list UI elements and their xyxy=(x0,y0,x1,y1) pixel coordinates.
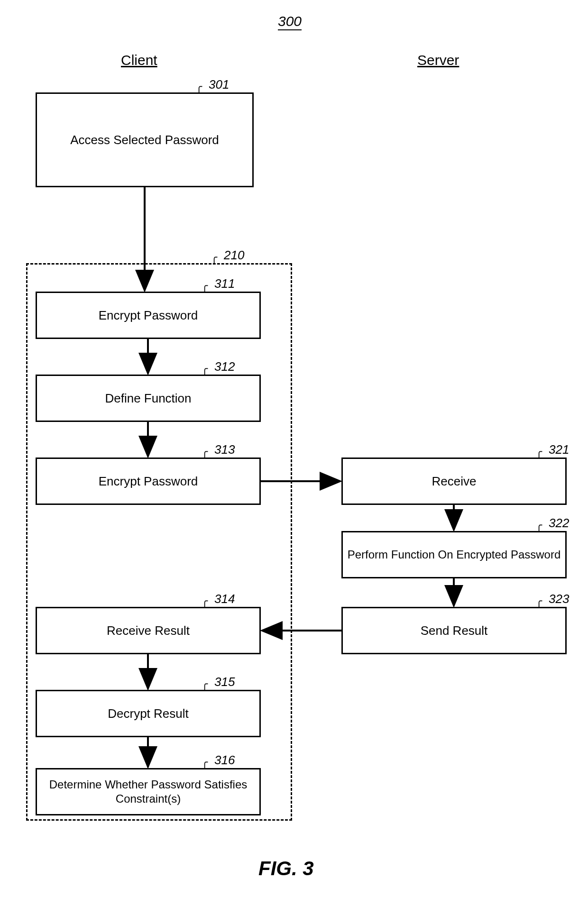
callout-tick: ╭ xyxy=(202,446,208,458)
box-315: Decrypt Result xyxy=(36,690,261,737)
callout-313: 313 xyxy=(214,442,235,457)
callout-tick: ╭ xyxy=(196,81,202,93)
callout-tick: ╭ xyxy=(202,363,208,375)
callout-tick: ╭ xyxy=(202,678,208,690)
box-321: Receive xyxy=(341,458,567,505)
callout-316: 316 xyxy=(214,753,235,768)
box-323: Send Result xyxy=(341,607,567,654)
figure-reference: 300 xyxy=(278,13,302,30)
box-322: Perform Function On Encrypted Password xyxy=(341,531,567,578)
callout-tick: ╭ xyxy=(202,595,208,607)
header-server: Server xyxy=(417,52,459,68)
diagram-stage: 300 Client Server Access Selected Passwo… xyxy=(0,0,588,897)
box-316: Determine Whether Password Satisfies Con… xyxy=(36,768,261,815)
callout-tick: ╭ xyxy=(536,446,542,458)
callout-315: 315 xyxy=(214,675,235,689)
callout-312: 312 xyxy=(214,359,235,374)
callout-311: 311 xyxy=(214,276,235,291)
callout-tick: ╭ xyxy=(202,756,208,769)
figure-caption: FIG. 3 xyxy=(258,857,314,880)
callout-321: 321 xyxy=(549,442,569,457)
header-client: Client xyxy=(121,52,157,68)
callout-323: 323 xyxy=(549,592,569,606)
box-314: Receive Result xyxy=(36,607,261,654)
callout-314: 314 xyxy=(214,592,235,606)
callout-tick: ╭ xyxy=(536,595,542,607)
box-312: Define Function xyxy=(36,375,261,422)
callout-tick: ╭ xyxy=(211,251,217,264)
callout-tick: ╭ xyxy=(536,519,542,531)
box-301: Access Selected Password xyxy=(36,92,254,187)
callout-210: 210 xyxy=(224,248,244,263)
box-313: Encrypt Password xyxy=(36,458,261,505)
callout-301: 301 xyxy=(209,77,229,92)
box-311: Encrypt Password xyxy=(36,292,261,339)
callout-tick: ╭ xyxy=(202,280,208,292)
callout-322: 322 xyxy=(549,516,569,531)
